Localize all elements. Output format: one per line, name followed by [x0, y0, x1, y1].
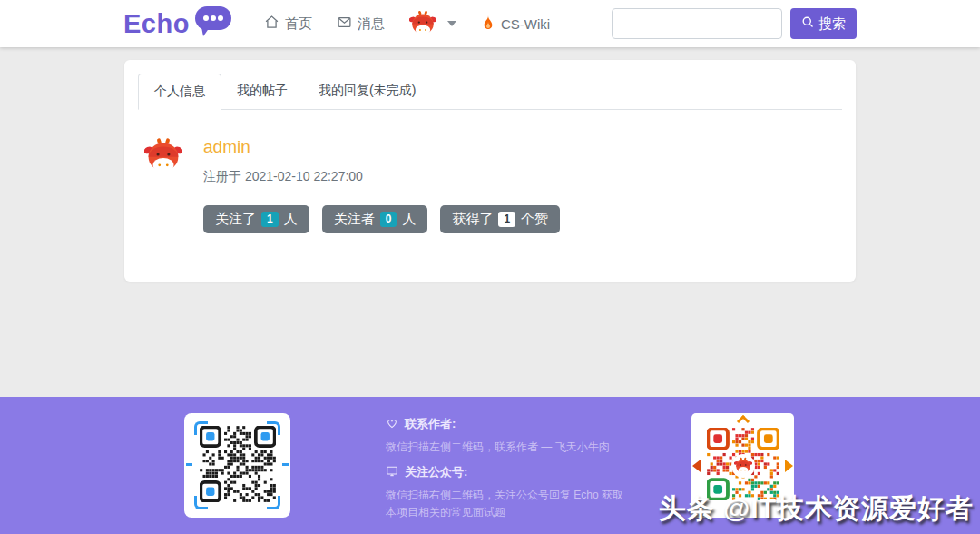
chevron-down-icon	[447, 21, 456, 26]
follow-heading-label: 关注公众号:	[405, 464, 467, 480]
footer-info: 联系作者: 微信扫描左侧二维码，联系作者 — 飞天小牛肉 关注公众号: 微信扫描…	[386, 416, 632, 530]
navbar: Echo 首页	[0, 0, 980, 47]
monitor-icon	[386, 465, 398, 480]
stat-suffix: 人	[402, 211, 416, 228]
search-icon	[801, 15, 815, 32]
profile-card: 个人信息 我的帖子 我的回复(未完成) admin 注册于 2021-02-10…	[124, 60, 856, 282]
user-avatar	[409, 10, 436, 37]
stat-prefix: 关注者	[334, 211, 375, 228]
stat-suffix: 个赞	[521, 211, 548, 228]
stat-suffix: 人	[284, 211, 298, 228]
likes-button[interactable]: 获得了 1 个赞	[440, 205, 560, 233]
qr-bracket-icon	[194, 421, 208, 435]
wechat-contact-qr-code	[184, 413, 290, 518]
nav-item-label: CS-Wiki	[501, 16, 550, 32]
followers-button[interactable]: 关注者 0 人	[322, 205, 428, 233]
search-input[interactable]	[612, 8, 782, 39]
stat-prefix: 关注了	[215, 211, 256, 228]
nav-item-label: 首页	[285, 15, 312, 33]
tab-my-posts[interactable]: 我的帖子	[221, 74, 303, 110]
nav-item-messages[interactable]: 消息	[337, 15, 385, 33]
cow-logo-icon	[734, 457, 752, 475]
follow-text: 微信扫描右侧二维码，关注公众号回复 Echo 获取本项目相关的常见面试题	[386, 487, 632, 521]
watermark-text: 头条 @IT技术资源爱好者	[659, 490, 974, 528]
mail-icon	[337, 15, 352, 33]
search-button-label: 搜索	[818, 15, 846, 33]
contact-text: 微信扫描左侧二维码，联系作者 — 飞天小牛肉	[386, 439, 632, 456]
brand-text: Echo	[123, 9, 190, 39]
home-icon	[264, 15, 279, 33]
contact-heading-label: 联系作者:	[405, 416, 456, 432]
footer: 联系作者: 微信扫描左侧二维码，联系作者 — 飞天小牛肉 关注公众号: 微信扫描…	[0, 397, 980, 534]
stat-prefix: 获得了	[452, 211, 493, 228]
profile-avatar	[144, 137, 182, 175]
speech-bubble-icon	[195, 6, 231, 41]
user-menu[interactable]	[409, 10, 456, 37]
stat-count-badge: 0	[380, 212, 397, 227]
nav-item-cs-wiki[interactable]: CS-Wiki	[481, 15, 550, 34]
follow-heading: 关注公众号:	[386, 464, 632, 480]
username[interactable]: admin	[203, 137, 560, 157]
brand-logo[interactable]: Echo	[123, 6, 231, 41]
profile-section: admin 注册于 2021-02-10 22:27:00 关注了 1 人 关注…	[144, 137, 842, 233]
heart-icon	[386, 417, 398, 432]
stat-count-badge: 1	[261, 212, 279, 227]
chevron-up-icon	[736, 415, 749, 428]
registered-date: 注册于 2021-02-10 22:27:00	[203, 169, 560, 185]
tab-bar: 个人信息 我的帖子 我的回复(未完成)	[138, 74, 842, 110]
arrow-right-icon	[785, 460, 793, 472]
flame-icon	[481, 15, 495, 34]
main-area: 个人信息 我的帖子 我的回复(未完成) admin 注册于 2021-02-10…	[0, 47, 980, 397]
stat-count-badge: 1	[498, 212, 515, 227]
nav-item-label: 消息	[358, 15, 385, 33]
search-group: 搜索	[612, 8, 857, 39]
nav-item-home[interactable]: 首页	[264, 15, 312, 33]
tab-personal-info[interactable]: 个人信息	[138, 74, 221, 110]
contact-heading: 联系作者:	[386, 416, 632, 432]
arrow-left-icon	[692, 460, 701, 472]
qr-bracket-icon	[194, 496, 208, 509]
following-button[interactable]: 关注了 1 人	[203, 205, 309, 233]
tab-my-replies[interactable]: 我的回复(未完成)	[303, 74, 431, 110]
search-button[interactable]: 搜索	[790, 8, 857, 39]
qr-bracket-icon	[267, 421, 280, 435]
qr-bracket-icon	[267, 496, 280, 509]
